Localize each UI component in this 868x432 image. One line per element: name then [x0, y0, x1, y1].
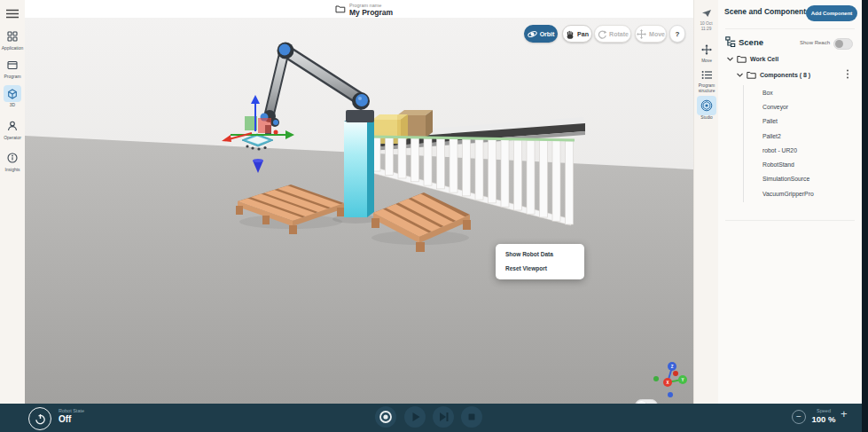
context-menu-item-show-robot-data[interactable]: Show Robot Data	[496, 247, 584, 262]
show-reach-toggle[interactable]	[833, 38, 853, 50]
robot-state-label: Robot State	[59, 408, 84, 413]
cube-3d-icon	[7, 89, 18, 99]
bottom-bar: Robot State Off − Speed 100 % +	[0, 404, 868, 432]
move-button[interactable]: Move	[635, 25, 667, 43]
robot-stand	[344, 118, 374, 217]
program-window-icon	[7, 60, 18, 70]
gizmo-y-label: Y	[681, 378, 684, 382]
play-button[interactable]	[404, 406, 426, 428]
operator-person-icon	[7, 121, 18, 131]
scene-panel: Scene and Components Add Component Scene…	[718, 0, 862, 404]
move-label: Move	[649, 31, 665, 37]
folder-icon	[737, 55, 747, 63]
right-toolbar: 10 Oct 11:29 Move Program structure Stud…	[693, 0, 718, 404]
rotate-icon	[597, 29, 606, 39]
application-grid-icon	[7, 31, 18, 42]
hamburger-menu-icon[interactable]	[6, 6, 19, 16]
play-icon	[404, 406, 426, 428]
rail-item-label: Studio	[694, 115, 719, 121]
simulation-record-button[interactable]	[375, 406, 396, 428]
orbit-icon	[528, 29, 537, 39]
orbit-button[interactable]: Orbit	[524, 25, 558, 43]
power-icon	[35, 413, 46, 425]
status-time: 11:29	[694, 27, 718, 32]
add-component-button[interactable]: Add Component	[806, 5, 857, 21]
context-menu-item-reset-viewport[interactable]: Reset Viewport	[496, 262, 584, 276]
speed-decrease-button[interactable]: −	[792, 410, 806, 424]
tree-item-robot-ur20[interactable]: robot - UR20	[762, 145, 851, 157]
chevron-down-icon	[737, 73, 743, 77]
sidebar-item-label: Program	[0, 75, 25, 80]
insights-info-icon	[7, 153, 18, 163]
tree-item-pallet[interactable]: Pallet	[762, 115, 851, 128]
viewport-context-menu: Show Robot Data Reset Viewport	[496, 244, 584, 279]
3d-scene[interactable]: X Z Y	[25, 18, 693, 404]
help-button[interactable]: ?	[669, 25, 685, 43]
tree-item-vacuumgripperpro[interactable]: VacuumGripperPro	[762, 188, 851, 200]
studio-icon	[700, 99, 713, 112]
stop-icon	[461, 406, 482, 428]
divider	[725, 28, 855, 29]
rotate-button[interactable]: Rotate	[594, 25, 631, 43]
rail-item-label: Program structure	[694, 83, 719, 93]
chevron-down-icon	[727, 57, 733, 61]
selected-highlight	[4, 85, 21, 102]
move-icon	[637, 29, 646, 39]
sidebar-item-label: Operator	[0, 136, 25, 141]
gizmo-x-label: X	[666, 381, 669, 385]
move-tool-icon	[701, 44, 712, 55]
sidebar-item-program[interactable]: Program	[0, 58, 25, 80]
pan-hand-icon	[566, 29, 575, 39]
kebab-menu-icon[interactable]	[846, 69, 849, 79]
sidebar-item-operator[interactable]: Operator	[0, 119, 25, 141]
rotate-label: Rotate	[609, 31, 629, 37]
scene-title: Scene	[739, 37, 763, 47]
sidebar-item-label: Application	[0, 46, 25, 51]
left-sidebar: Application Program 3D Operator Insights	[0, 0, 26, 404]
3d-viewport[interactable]: X Z Y Orbit Pan Rotate Move ? Show Previ…	[25, 18, 693, 404]
sidebar-item-label: 3D	[0, 103, 25, 108]
folder-icon	[747, 71, 756, 79]
divider	[725, 220, 855, 221]
tree-label: Components ( 8 )	[760, 72, 810, 78]
rail-item-program-structure[interactable]: Program structure	[694, 67, 719, 93]
toggle-knob	[835, 40, 843, 48]
power-button[interactable]	[28, 407, 51, 430]
tree-item-conveyor[interactable]: Conveyor	[762, 101, 851, 114]
tree-item-pallet2[interactable]: Pallet2	[762, 130, 851, 143]
skip-next-icon	[433, 406, 454, 428]
program-name[interactable]: My Program	[349, 8, 393, 17]
tree-row-work-cell[interactable]: Work Cell	[727, 55, 778, 63]
program-folder-icon	[335, 4, 346, 13]
rail-item-move[interactable]: Move	[694, 43, 719, 64]
selected-highlight	[697, 96, 716, 115]
tree-item-simulationsource[interactable]: SimulationSource	[762, 173, 851, 185]
robot-state-value[interactable]: Off	[59, 414, 71, 424]
show-reach-label: Show Reach	[798, 40, 830, 45]
tree-guide-line	[743, 85, 744, 202]
pan-button[interactable]: Pan	[562, 25, 592, 43]
sidebar-item-3d[interactable]: 3D	[0, 85, 25, 108]
speed-increase-button[interactable]: +	[841, 407, 848, 420]
sidebar-item-insights[interactable]: Insights	[0, 151, 25, 173]
tree-row-components[interactable]: Components ( 8 )	[737, 71, 810, 79]
speed-value: 100 %	[808, 414, 840, 424]
window-edge	[862, 0, 868, 432]
help-label: ?	[676, 30, 680, 38]
tree-item-robotstand[interactable]: RobotStand	[762, 159, 851, 171]
rail-item-studio[interactable]: Studio	[694, 96, 719, 121]
orbit-label: Orbit	[540, 31, 555, 37]
notification-icon	[701, 9, 712, 18]
sidebar-item-application[interactable]: Application	[0, 29, 25, 51]
speed-label: Speed	[808, 408, 840, 413]
scene-hierarchy-icon	[725, 36, 736, 47]
record-icon	[375, 406, 396, 428]
program-structure-icon	[701, 70, 713, 80]
panel-title: Scene and Components	[724, 7, 810, 16]
gizmo-z-label: Z	[671, 365, 674, 369]
stop-button[interactable]	[461, 406, 482, 428]
tree-item-box[interactable]: Box	[762, 87, 851, 99]
top-bar: Program name My Program	[25, 0, 693, 19]
tree-label: Work Cell	[750, 56, 778, 62]
step-button[interactable]	[433, 406, 454, 428]
